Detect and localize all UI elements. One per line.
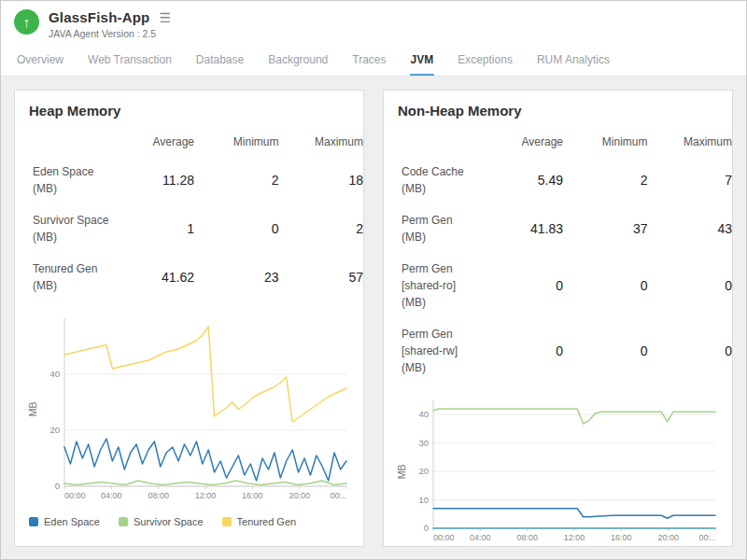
dashboard-content: Heap Memory Average Minimum Maximum Eden… xyxy=(1,77,746,560)
col-average: Average xyxy=(114,128,199,156)
max-value: 7 xyxy=(652,156,734,204)
tab-database[interactable]: Database xyxy=(195,46,245,76)
min-value: 23 xyxy=(198,253,283,301)
max-value: 43 xyxy=(652,204,734,253)
min-value: 2 xyxy=(567,156,652,204)
avg-value: 1 xyxy=(114,204,199,253)
heap-memory-panel: Heap Memory Average Minimum Maximum Eden… xyxy=(14,90,364,547)
tab-background[interactable]: Background xyxy=(267,46,329,76)
agent-version-label: JAVA Agent Version : 2.5 xyxy=(49,28,171,39)
svg-text:16:00: 16:00 xyxy=(242,491,263,500)
legend-swatch xyxy=(222,517,232,526)
svg-text:30: 30 xyxy=(418,438,429,448)
max-value: 18 xyxy=(283,156,365,204)
table-header-row: Average Minimum Maximum xyxy=(29,128,364,156)
panel-title: Non-Heap Memory xyxy=(398,103,732,119)
svg-text:08:00: 08:00 xyxy=(148,491,169,500)
svg-text:20:00: 20:00 xyxy=(657,533,679,542)
app-header: ↑ GlassFish-App ☰ JAVA Agent Version : 2… xyxy=(1,1,746,46)
legend-swatch xyxy=(119,517,128,526)
panel-title: Heap Memory xyxy=(29,103,363,119)
legend-label: Tenured Gen xyxy=(237,516,297,527)
svg-text:20:00: 20:00 xyxy=(289,491,310,500)
svg-text:20: 20 xyxy=(49,425,60,435)
legend-item-survivor-space[interactable]: Survivor Space xyxy=(119,516,204,527)
svg-text:20: 20 xyxy=(418,466,429,476)
row-label: Tenured Gen (MB) xyxy=(29,253,114,301)
svg-text:00:00: 00:00 xyxy=(433,533,455,542)
table-row: Code Cache (MB) 5.49 2 7 xyxy=(398,156,733,204)
row-label: Perm Gen [shared-ro] (MB) xyxy=(398,253,483,318)
avg-value: 5.49 xyxy=(483,156,568,204)
tab-web-transaction[interactable]: Web Transaction xyxy=(87,46,173,76)
hamburger-menu-icon[interactable]: ☰ xyxy=(159,11,171,24)
avg-value: 41.62 xyxy=(114,253,199,301)
min-value: 0 xyxy=(198,204,283,253)
table-row: Eden Space (MB) 11.28 2 18 xyxy=(29,156,364,204)
app-title-block: GlassFish-App ☰ JAVA Agent Version : 2.5 xyxy=(49,9,171,39)
svg-text:16:00: 16:00 xyxy=(611,533,632,542)
col-maximum: Maximum xyxy=(283,128,365,156)
max-value: 0 xyxy=(652,253,734,318)
tab-rum-analytics[interactable]: RUM Analytics xyxy=(536,46,611,76)
table-row: Perm Gen [shared-rw] (MB) 0 0 0 xyxy=(398,318,733,384)
table-header-row: Average Minimum Maximum xyxy=(398,128,733,156)
legend-swatch xyxy=(29,517,38,526)
tab-traces[interactable]: Traces xyxy=(351,46,387,76)
y-axis-label: MB xyxy=(396,464,407,479)
svg-text:0: 0 xyxy=(55,481,60,491)
non-heap-stats-table: Average Minimum Maximum Code Cache (MB) … xyxy=(398,128,733,384)
avg-value: 0 xyxy=(483,318,568,384)
table-row: Perm Gen (MB) 41.83 37 43 xyxy=(398,204,733,253)
tab-overview[interactable]: Overview xyxy=(16,46,64,76)
table-row: Tenured Gen (MB) 41.62 23 57 xyxy=(29,253,364,301)
non-heap-memory-line-chart: 01020304000:0004:0008:0012:0016:0020:000… xyxy=(407,393,725,547)
legend-item-eden-space[interactable]: Eden Space xyxy=(29,516,100,527)
col-minimum: Minimum xyxy=(198,128,283,156)
legend-label: Survivor Space xyxy=(134,516,204,527)
max-value: 0 xyxy=(652,318,734,384)
avg-value: 0 xyxy=(483,253,568,318)
svg-text:04:00: 04:00 xyxy=(470,533,491,542)
svg-text:00:..: 00:.. xyxy=(698,533,715,542)
svg-text:12:00: 12:00 xyxy=(564,533,585,542)
app-title: GlassFish-App xyxy=(49,9,149,25)
tab-jvm[interactable]: JVM xyxy=(410,46,435,76)
row-label: Code Cache (MB) xyxy=(398,156,483,204)
svg-text:10: 10 xyxy=(418,495,429,505)
app-health-icon: ↑ xyxy=(14,9,39,35)
avg-value: 11.28 xyxy=(114,156,199,204)
col-average: Average xyxy=(483,128,568,156)
svg-text:08:00: 08:00 xyxy=(516,533,538,542)
non-heap-memory-panel: Non-Heap Memory Average Minimum Maximum … xyxy=(383,90,733,547)
y-axis-label: MB xyxy=(27,401,38,416)
min-value: 2 xyxy=(198,156,283,204)
min-value: 0 xyxy=(567,318,652,384)
arrow-up-icon: ↑ xyxy=(23,14,31,30)
heap-chart-legend: Eden Space Survivor Space Tenured Gen xyxy=(29,516,363,527)
svg-text:04:00: 04:00 xyxy=(101,491,122,500)
app-window: ↑ GlassFish-App ☰ JAVA Agent Version : 2… xyxy=(0,0,747,560)
heap-memory-line-chart: 0204000:0004:0008:0012:0016:0020:0000:.. xyxy=(38,311,356,505)
svg-text:00:00: 00:00 xyxy=(64,491,86,500)
table-row: Survivor Space (MB) 1 0 2 xyxy=(29,204,364,253)
svg-text:00:..: 00:.. xyxy=(330,491,346,500)
row-label: Perm Gen (MB) xyxy=(398,204,483,253)
row-label: Eden Space (MB) xyxy=(29,156,114,204)
non-heap-memory-chart: MB 01020304000:0004:0008:0012:0016:0020:… xyxy=(398,393,732,547)
row-label: Survivor Space (MB) xyxy=(29,204,114,253)
col-minimum: Minimum xyxy=(567,128,652,156)
max-value: 57 xyxy=(283,253,365,301)
svg-text:0: 0 xyxy=(424,523,429,533)
tab-exceptions[interactable]: Exceptions xyxy=(457,46,514,76)
max-value: 2 xyxy=(283,204,365,253)
legend-item-tenured-gen[interactable]: Tenured Gen xyxy=(222,516,297,527)
heap-memory-chart: MB 0204000:0004:0008:0012:0016:0020:0000… xyxy=(29,311,363,505)
heap-stats-table: Average Minimum Maximum Eden Space (MB) … xyxy=(29,128,364,301)
min-value: 0 xyxy=(567,253,652,318)
legend-label: Eden Space xyxy=(44,516,100,527)
col-maximum: Maximum xyxy=(652,128,734,156)
table-row: Perm Gen [shared-ro] (MB) 0 0 0 xyxy=(398,253,733,318)
nav-tabs: Overview Web Transaction Database Backgr… xyxy=(1,46,746,77)
avg-value: 41.83 xyxy=(483,204,568,253)
